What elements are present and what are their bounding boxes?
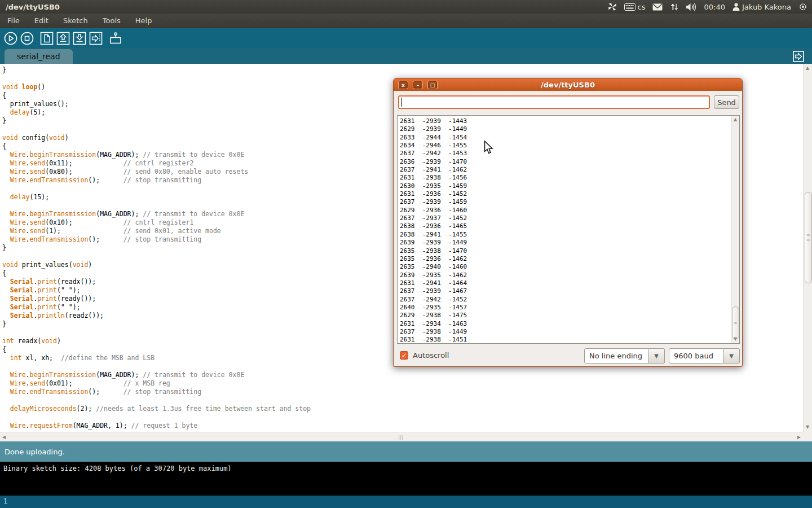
send-button[interactable]: Send bbox=[714, 95, 739, 109]
serial-monitor-title: /dev/ttyUSB0 bbox=[394, 81, 742, 89]
serial-monitor-icon bbox=[108, 31, 123, 46]
system-panel: /dev/ttyUSB0 cs 00:40 Jakub Kakona bbox=[0, 0, 812, 14]
menu-sketch[interactable]: Sketch bbox=[56, 14, 95, 28]
tab-label: serial_read bbox=[17, 52, 60, 61]
editor-vertical-scrollbar[interactable]: ▲ = = ▼ bbox=[803, 64, 812, 432]
chevron-down-icon[interactable]: ▼ bbox=[723, 348, 740, 364]
scrollbar-corner bbox=[803, 432, 812, 441]
serial-monitor-titlebar[interactable]: x – □ /dev/ttyUSB0 bbox=[394, 78, 742, 91]
stop-icon bbox=[20, 31, 34, 46]
keyboard-icon bbox=[624, 3, 636, 11]
autoscroll-label: Autoscroll bbox=[413, 351, 449, 360]
line-ending-value[interactable]: No line ending bbox=[584, 348, 648, 364]
serial-line: 2631 -2934 -1463 bbox=[400, 320, 467, 328]
new-sketch-button[interactable] bbox=[39, 30, 55, 46]
new-sketch-icon bbox=[40, 32, 54, 45]
save-icon bbox=[73, 32, 86, 45]
build-console: Binary sketch size: 4208 bytes (of a 307… bbox=[0, 462, 812, 496]
tabbar: serial_read bbox=[0, 48, 812, 64]
code-line: Wire.requestFrom(MAG_ADDR, 1); // reques… bbox=[2, 422, 803, 430]
line-number-strip: 1 bbox=[0, 496, 812, 508]
code-line: } bbox=[2, 66, 803, 75]
menu-tools[interactable]: Tools bbox=[95, 14, 128, 28]
serial-monitor-button[interactable] bbox=[108, 30, 123, 46]
scroll-left-arrow-icon[interactable]: ◀ bbox=[2, 435, 6, 440]
code-line bbox=[2, 413, 803, 422]
system-tray: cs 00:40 Jakub Kakona bbox=[608, 2, 812, 11]
upload-button[interactable] bbox=[88, 30, 104, 46]
open-icon bbox=[56, 32, 70, 45]
serial-line: 2629 -2939 -1449 bbox=[400, 125, 467, 133]
keyboard-layout-label: cs bbox=[638, 3, 646, 11]
updown-arrows-icon[interactable] bbox=[670, 3, 678, 11]
scroll-up-arrow-icon[interactable]: ▲ bbox=[734, 117, 737, 122]
user-icon bbox=[732, 3, 740, 11]
serial-line: 2629 -2936 -1460 bbox=[400, 207, 467, 214]
clock[interactable]: 00:40 bbox=[704, 3, 725, 11]
upload-icon bbox=[89, 32, 103, 45]
save-button[interactable] bbox=[72, 30, 87, 46]
tab-menu-arrow-icon[interactable] bbox=[793, 51, 804, 62]
serial-line: 2635 -2938 -1470 bbox=[400, 247, 467, 255]
user-menu[interactable]: Jakub Kakona bbox=[732, 3, 791, 11]
mail-icon[interactable] bbox=[652, 3, 663, 11]
serial-line: 2635 -2940 -1460 bbox=[400, 263, 467, 271]
editor-horizontal-scrollbar[interactable]: ◀ ||| ▶ bbox=[0, 432, 803, 441]
menu-file[interactable]: File bbox=[0, 14, 27, 28]
serial-line: 2640 -2935 -1457 bbox=[400, 304, 467, 312]
pinwheel-icon[interactable] bbox=[608, 2, 617, 11]
serial-monitor-window: x – □ /dev/ttyUSB0 Send 2631 -2939 -1443… bbox=[393, 78, 743, 367]
line-ending-dropdown[interactable]: No line ending ▼ bbox=[584, 348, 665, 364]
serial-line: 2639 -2935 -1462 bbox=[400, 271, 467, 279]
serial-line: 2631 -2938 -1451 bbox=[400, 336, 467, 344]
user-name: Jakub Kakona bbox=[742, 3, 791, 11]
menubar: File Edit Sketch Tools Help bbox=[0, 14, 812, 28]
serial-line: 2635 -2936 -1462 bbox=[400, 255, 467, 263]
baud-rate-value[interactable]: 9600 baud bbox=[669, 348, 723, 364]
open-button[interactable] bbox=[55, 30, 71, 46]
serial-line: 2629 -2938 -1475 bbox=[400, 312, 467, 319]
serial-output-lines: 2631 -2939 -14432629 -2939 -14492633 -29… bbox=[400, 117, 467, 344]
code-line: Wire.beginTransmission(MAG_ADDR); // tra… bbox=[2, 371, 803, 379]
verify-button[interactable] bbox=[3, 30, 19, 46]
serial-line: 2639 -2939 -1449 bbox=[400, 239, 467, 247]
send-button-label: Send bbox=[717, 98, 736, 107]
menu-help[interactable]: Help bbox=[128, 14, 160, 28]
editor-vertical-scrollbar-thumb[interactable]: = = bbox=[805, 192, 812, 283]
scroll-up-arrow-icon[interactable]: ▲ bbox=[806, 66, 809, 71]
menu-edit[interactable]: Edit bbox=[27, 14, 56, 28]
minimize-icon[interactable]: – bbox=[413, 81, 423, 89]
serial-line: 2637 -2939 -1467 bbox=[400, 287, 467, 295]
baud-rate-dropdown[interactable]: 9600 baud ▼ bbox=[669, 348, 740, 364]
code-line: Wire.endTransmission(); // stop transmit… bbox=[2, 388, 803, 396]
serial-line: 2630 -2935 -1459 bbox=[400, 182, 467, 190]
serial-line: 2637 -2939 -1459 bbox=[400, 198, 467, 206]
serial-input-field[interactable] bbox=[398, 95, 710, 109]
scroll-right-arrow-icon[interactable]: ▶ bbox=[797, 435, 801, 440]
close-icon[interactable]: x bbox=[398, 81, 408, 89]
serial-line: 2636 -2939 -1470 bbox=[400, 158, 467, 166]
power-icon[interactable] bbox=[798, 2, 807, 11]
serial-monitor-controls: ✓ Autoscroll No line ending ▼ 9600 baud … bbox=[394, 348, 742, 364]
scroll-down-arrow-icon[interactable]: ▼ bbox=[734, 337, 737, 341]
window-title: /dev/ttyUSB0 bbox=[0, 3, 60, 11]
serial-output-scrollbar-thumb[interactable]: = bbox=[732, 306, 739, 339]
autoscroll-checkbox[interactable]: ✓ bbox=[400, 351, 408, 360]
horizontal-scrollbar-grip[interactable]: ||| bbox=[398, 435, 403, 440]
serial-line: 2637 -2942 -1452 bbox=[400, 296, 467, 304]
screen: /dev/ttyUSB0 cs 00:40 Jakub Kakona bbox=[0, 0, 812, 508]
serial-line: 2638 -2936 -1465 bbox=[400, 222, 467, 230]
console-text: Binary sketch size: 4208 bytes (of a 307… bbox=[3, 465, 232, 472]
keyboard-layout[interactable]: cs bbox=[624, 3, 646, 11]
serial-output-area[interactable]: 2631 -2939 -14432629 -2939 -14492633 -29… bbox=[397, 115, 740, 344]
status-text: Done uploading. bbox=[5, 448, 65, 456]
stop-button[interactable] bbox=[19, 30, 35, 46]
scroll-down-arrow-icon[interactable]: ▼ bbox=[806, 425, 809, 430]
chevron-down-icon[interactable]: ▼ bbox=[648, 348, 665, 364]
serial-output-scrollbar[interactable]: ▲ = ▼ bbox=[731, 116, 739, 343]
tab-serial-read[interactable]: serial_read bbox=[5, 49, 73, 64]
volume-icon[interactable] bbox=[686, 3, 696, 11]
maximize-icon[interactable]: □ bbox=[427, 81, 438, 89]
serial-line: 2637 -2938 -1449 bbox=[400, 328, 467, 336]
serial-line: 2637 -2941 -1462 bbox=[400, 166, 467, 174]
